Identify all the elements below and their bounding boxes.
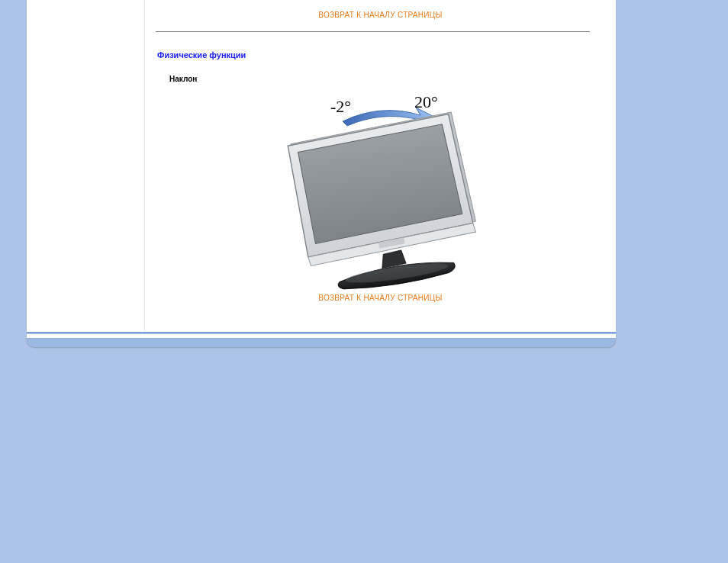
left-nav-column [27, 0, 144, 331]
tilt-figure: -2° 20° [145, 83, 616, 289]
page-card: ВОЗВРАТ К НАЧАЛУ СТРАНИЦЫ Физические фун… [27, 0, 616, 338]
monitor-tilt-illustration: -2° 20° [259, 89, 503, 295]
page-bottom-edge [27, 338, 616, 347]
subheading-tilt: Наклон [169, 75, 616, 83]
divider [156, 31, 590, 32]
back-to-top-link-top[interactable]: ВОЗВРАТ К НАЧАЛУ СТРАНИЦЫ [145, 0, 616, 27]
tilt-min-label: -2° [330, 97, 351, 116]
section-heading-physical-functions: Физические функции [157, 50, 616, 60]
footer-rule [27, 332, 616, 334]
content-column: ВОЗВРАТ К НАЧАЛУ СТРАНИЦЫ Физические фун… [144, 0, 616, 331]
